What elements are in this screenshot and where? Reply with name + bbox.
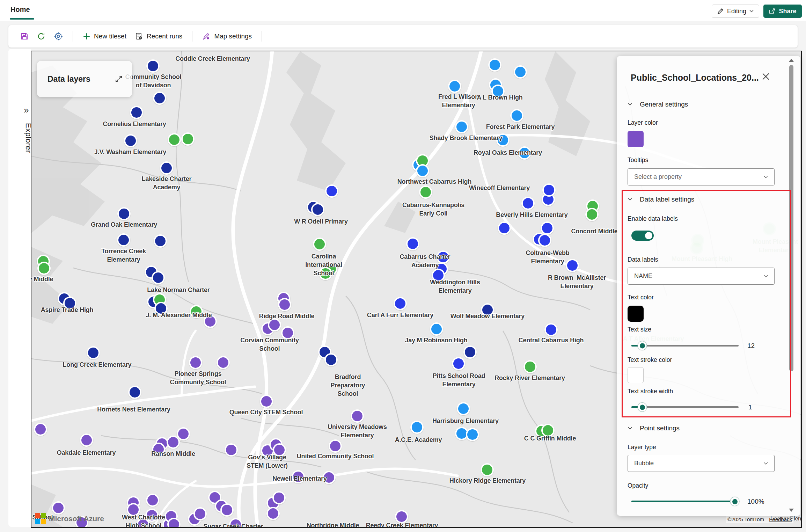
share-icon — [769, 8, 776, 15]
map-point[interactable] — [128, 386, 141, 399]
map-point[interactable] — [521, 197, 535, 210]
settings-button[interactable] — [54, 32, 63, 41]
map-point[interactable] — [395, 510, 408, 523]
opacity-slider[interactable] — [631, 496, 739, 507]
map-label: Jay M Robinson High — [405, 337, 467, 344]
data-labels-select[interactable]: NAME — [628, 268, 775, 285]
map-point[interactable] — [448, 80, 461, 93]
map-point[interactable] — [225, 443, 238, 457]
layer-color-swatch[interactable] — [628, 131, 644, 147]
text-color-swatch[interactable] — [628, 306, 644, 322]
map-point[interactable] — [329, 439, 342, 453]
map-point[interactable] — [268, 318, 281, 331]
panel-scrollbar[interactable] — [789, 59, 794, 513]
map-point[interactable] — [523, 360, 537, 373]
point-settings-header[interactable]: Point settings — [628, 424, 680, 432]
map-point[interactable] — [146, 59, 160, 73]
refresh-button[interactable] — [37, 32, 45, 41]
map-point[interactable] — [154, 234, 167, 248]
map-point[interactable] — [481, 463, 494, 476]
map-point[interactable] — [416, 164, 429, 177]
chevron-down-icon — [764, 275, 768, 278]
map-point[interactable] — [313, 238, 326, 251]
map-point[interactable] — [266, 507, 280, 520]
enable-data-labels-toggle[interactable] — [631, 231, 654, 241]
text-stroke-width-slider[interactable] — [631, 401, 739, 413]
map-point[interactable] — [52, 501, 65, 515]
map-point[interactable] — [466, 428, 479, 441]
map-point[interactable] — [463, 345, 477, 359]
opacity-label: Opacity — [628, 482, 648, 489]
map-point[interactable] — [542, 183, 556, 197]
layer-type-select[interactable]: Bubble — [628, 455, 775, 472]
save-button[interactable] — [20, 32, 29, 41]
map-point[interactable] — [34, 423, 47, 436]
map-point[interactable] — [124, 134, 137, 147]
map-point[interactable] — [538, 234, 551, 247]
scroll-up-icon[interactable] — [789, 59, 794, 62]
map-point[interactable] — [217, 356, 230, 369]
map-point[interactable] — [544, 323, 558, 336]
data-layers-card[interactable]: Data layers — [37, 61, 132, 97]
map-point[interactable] — [181, 132, 195, 146]
map-point[interactable] — [324, 353, 338, 366]
map-point[interactable] — [498, 221, 511, 235]
map-point[interactable] — [566, 259, 579, 272]
map-point[interactable] — [410, 421, 424, 434]
map-point[interactable] — [311, 203, 324, 216]
map-point[interactable] — [452, 357, 465, 370]
map-point[interactable] — [168, 133, 181, 146]
scrollbar-thumb[interactable] — [789, 65, 793, 371]
map-point[interactable] — [153, 92, 166, 105]
close-icon[interactable] — [761, 72, 772, 83]
map-point[interactable] — [541, 221, 554, 235]
recent-runs-button[interactable]: Recent runs — [135, 32, 182, 41]
map-point[interactable] — [193, 507, 207, 520]
map-point[interactable] — [419, 185, 432, 199]
expand-rail-icon[interactable]: » — [24, 105, 29, 116]
explorer-rail: » Explorer — [8, 49, 31, 527]
text-stroke-color-swatch[interactable] — [628, 367, 644, 383]
map-point[interactable] — [177, 427, 190, 440]
general-settings-header[interactable]: General settings — [628, 101, 688, 108]
map-point[interactable] — [146, 494, 159, 507]
data-label-settings-header[interactable]: Data label settings — [628, 196, 694, 203]
scroll-down-icon[interactable] — [789, 509, 794, 512]
tab-home[interactable]: Home — [10, 6, 30, 14]
map-point[interactable] — [130, 106, 143, 119]
map-settings-button[interactable]: Map settings — [202, 32, 252, 41]
map-point[interactable] — [80, 433, 93, 447]
map-label: is Bradley Middle — [31, 276, 53, 283]
map-point[interactable] — [117, 233, 130, 247]
map-point[interactable] — [272, 491, 286, 504]
map-point[interactable] — [260, 395, 273, 408]
map-point[interactable] — [37, 262, 51, 275]
map-point[interactable] — [430, 322, 443, 336]
map-settings-label: Map settings — [214, 32, 252, 40]
map-point[interactable] — [189, 356, 202, 369]
expand-panel-icon[interactable] — [115, 75, 123, 83]
map-point[interactable] — [160, 161, 173, 175]
text-size-slider[interactable] — [631, 340, 739, 351]
map-label: Wolf Meadow Elementary — [450, 313, 525, 320]
map-point[interactable] — [488, 58, 501, 72]
map-point[interactable] — [394, 297, 407, 310]
map-point[interactable] — [514, 65, 527, 79]
map-point[interactable] — [117, 207, 131, 220]
map-point[interactable] — [220, 503, 234, 517]
map-point[interactable] — [455, 120, 468, 133]
map-point[interactable] — [152, 271, 165, 284]
new-tileset-button[interactable]: New tileset — [83, 32, 126, 40]
map-point[interactable] — [406, 237, 419, 250]
editing-dropdown[interactable]: Editing — [712, 5, 759, 18]
map-point[interactable] — [351, 409, 364, 423]
map-point[interactable] — [510, 109, 523, 122]
map-point[interactable] — [278, 298, 291, 311]
feedback-link[interactable]: Feedback — [769, 516, 792, 522]
map-point[interactable] — [325, 184, 338, 198]
map-point[interactable] — [585, 208, 599, 221]
map-point[interactable] — [457, 402, 470, 415]
map-point[interactable] — [87, 346, 100, 359]
share-button[interactable]: Share — [763, 5, 802, 18]
tooltips-select[interactable]: Select a property — [628, 168, 775, 185]
